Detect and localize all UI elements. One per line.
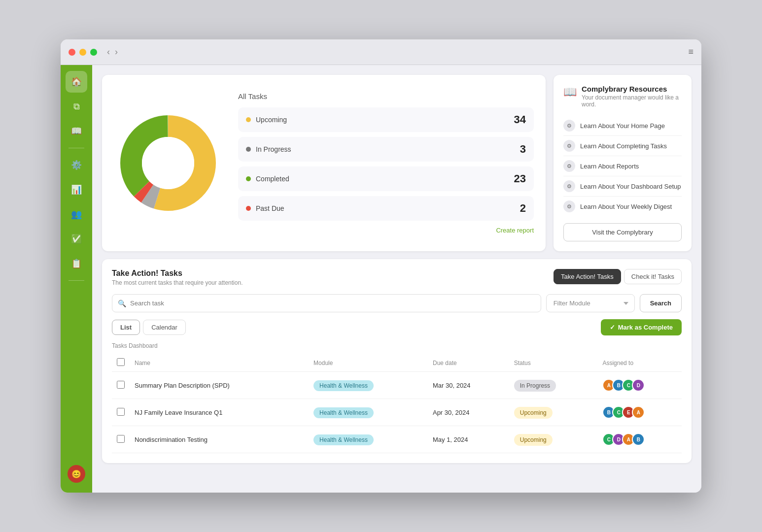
filter-module-select[interactable]: Filter Module — [546, 294, 635, 312]
row-checkbox-cell-1 — [112, 372, 130, 399]
sidebar-item-reports[interactable]: 📊 — [66, 179, 87, 200]
create-report-section: Create report — [238, 226, 534, 234]
pastdue-dot — [246, 206, 251, 211]
resource-link-icon-5: ⚙ — [563, 200, 575, 212]
resource-link-3[interactable]: ⚙ Learn About Reports — [563, 156, 682, 176]
table-header-row: Name Module Due date Status Assigned to — [112, 354, 682, 372]
clipboard-icon: 📋 — [71, 258, 82, 269]
table-row: Summary Plan Description (SPD) Health & … — [112, 372, 682, 399]
sidebar-item-book[interactable]: 📖 — [66, 120, 87, 142]
row-3-status: Upcoming — [509, 426, 598, 453]
resource-link-5[interactable]: ⚙ Learn About Your Weekly Digest — [563, 197, 682, 216]
tab-take-action[interactable]: Take Action! Tasks — [554, 269, 621, 284]
view-row: List Calendar ✓ Mark as Complete — [112, 319, 682, 335]
resource-link-2[interactable]: ⚙ Learn About Completing Tasks — [563, 136, 682, 156]
chart-card: All Tasks Upcoming 34 In Progress 3 — [102, 75, 546, 251]
search-icon: 🔍 — [118, 299, 126, 307]
app-window: ‹ › ≡ 🏠 ⧉ 📖 ⚙️ 📊 👥 — [61, 39, 701, 493]
book-icon: 📖 — [71, 126, 82, 136]
mark-complete-button[interactable]: ✓ Mark as Complete — [601, 319, 682, 335]
avatar-4: D — [632, 379, 645, 392]
resource-link-text-2: Learn About Completing Tasks — [580, 142, 667, 150]
sidebar-item-users[interactable]: 👥 — [66, 203, 87, 225]
tasks-title-block: Take Action! Tasks The most current task… — [112, 269, 242, 286]
pastdue-count: 2 — [520, 202, 526, 215]
resource-link-4[interactable]: ⚙ Learn About Your Dashboard Setup — [563, 176, 682, 197]
assigned-col-header: Assigned to — [597, 354, 682, 372]
name-col-header: Name — [130, 354, 309, 372]
row-checkbox-cell-3 — [112, 426, 130, 453]
back-button[interactable]: ‹ — [107, 47, 110, 57]
row-3-assigned: C D A B — [597, 426, 682, 453]
app-body: 🏠 ⧉ 📖 ⚙️ 📊 👥 ✅ 📋 — [61, 65, 701, 493]
tasks-table-head: Name Module Due date Status Assigned to — [112, 354, 682, 372]
row-1-assigned: A B C D — [597, 372, 682, 399]
row-2-checkbox[interactable] — [117, 408, 125, 416]
pastdue-label: Past Due — [256, 204, 520, 212]
close-button[interactable] — [69, 49, 75, 56]
tab-check-it[interactable]: Check it! Tasks — [624, 269, 682, 284]
tasks-section: Take Action! Tasks The most current task… — [102, 259, 692, 463]
visit-complybrary-button[interactable]: Visit the Complybrary — [563, 223, 682, 241]
sidebar-item-settings[interactable]: ⚙️ — [66, 154, 87, 176]
resource-link-text-4: Learn About Your Dashboard Setup — [580, 183, 681, 190]
checkbox-col-header — [112, 354, 130, 372]
avatar-3-4: B — [632, 433, 645, 446]
resource-link-1[interactable]: ⚙ Learn About Your Home Page — [563, 116, 682, 136]
resources-card: 📖 Complybrary Resources Your document ma… — [554, 75, 692, 251]
layers-icon: ⧉ — [73, 101, 80, 112]
upcoming-label: Upcoming — [256, 116, 514, 124]
row-2-status: Upcoming — [509, 399, 598, 426]
sidebar: 🏠 ⧉ 📖 ⚙️ 📊 👥 ✅ 📋 — [61, 65, 92, 493]
row-1-module: Health & Wellness — [309, 372, 428, 399]
maximize-button[interactable] — [90, 49, 97, 56]
upcoming-dot — [246, 117, 251, 122]
resources-subtitle: Your document manager would like a word. — [582, 94, 682, 108]
sidebar-item-tasks[interactable]: ✅ — [66, 228, 87, 250]
search-row: 🔍 Filter Module Search — [112, 294, 682, 312]
check-circle-icon: ✓ — [610, 324, 615, 331]
stat-pastdue: Past Due 2 — [238, 196, 534, 221]
resource-link-icon-4: ⚙ — [563, 180, 575, 192]
inprogress-label: In Progress — [256, 145, 520, 153]
row-1-module-badge: Health & Wellness — [313, 380, 374, 391]
tasks-subtitle: The most current tasks that require your… — [112, 279, 242, 286]
calendar-view-button[interactable]: Calendar — [143, 320, 186, 335]
resources-title: Complybrary Resources — [582, 85, 682, 93]
table-row: NJ Family Leave Insurance Q1 Health & We… — [112, 399, 682, 426]
row-3-module-badge: Health & Wellness — [313, 434, 374, 445]
sidebar-item-home[interactable]: 🏠 — [66, 71, 87, 93]
minimize-button[interactable] — [79, 49, 86, 56]
row-3-module: Health & Wellness — [309, 426, 428, 453]
row-1-status: In Progress — [509, 372, 598, 399]
menu-icon[interactable]: ≡ — [688, 47, 693, 57]
sidebar-item-layers[interactable]: ⧉ — [66, 96, 87, 117]
stat-completed: Completed 23 — [238, 166, 534, 191]
row-checkbox-cell-2 — [112, 399, 130, 426]
search-button[interactable]: Search — [640, 294, 682, 312]
select-all-checkbox[interactable] — [117, 358, 125, 366]
row-3-checkbox[interactable] — [117, 435, 125, 443]
avatar[interactable]: 😊 — [68, 465, 85, 483]
list-view-button[interactable]: List — [112, 320, 140, 335]
row-1-checkbox[interactable] — [117, 381, 125, 389]
row-2-module: Health & Wellness — [309, 399, 428, 426]
inprogress-dot — [246, 147, 251, 152]
view-buttons: List Calendar — [112, 320, 186, 335]
tasks-table: Name Module Due date Status Assigned to — [112, 354, 682, 453]
resource-link-icon-1: ⚙ — [563, 120, 575, 132]
resource-link-text-5: Learn About Your Weekly Digest — [580, 203, 672, 210]
tasks-header: Take Action! Tasks The most current task… — [112, 269, 682, 286]
row-2-module-badge: Health & Wellness — [313, 407, 374, 418]
tasks-dashboard-label: Tasks Dashboard — [112, 342, 682, 349]
users-icon: 👥 — [71, 209, 82, 220]
completed-dot — [246, 176, 251, 181]
search-input[interactable] — [112, 294, 541, 312]
sidebar-item-clipboard[interactable]: 📋 — [66, 253, 87, 274]
sidebar-divider — [69, 148, 84, 148]
create-report-link[interactable]: Create report — [496, 227, 534, 234]
forward-button[interactable]: › — [115, 47, 118, 57]
stats-section: All Tasks Upcoming 34 In Progress 3 — [238, 92, 534, 234]
resource-link-icon-2: ⚙ — [563, 140, 575, 152]
status-col-header: Status — [509, 354, 598, 372]
